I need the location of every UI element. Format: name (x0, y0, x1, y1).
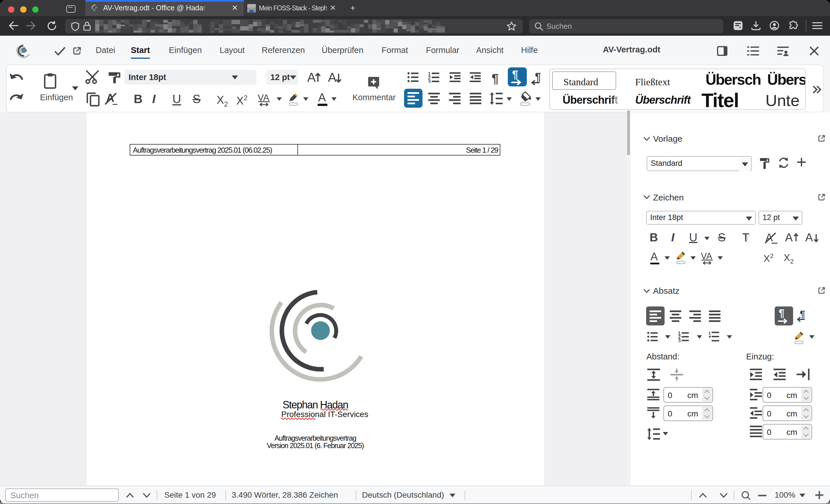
svg-text:A: A (805, 231, 813, 243)
svg-text:A: A (328, 70, 336, 84)
svg-text:A: A (307, 70, 316, 84)
svg-text:1: 1 (708, 331, 711, 336)
svg-text:A: A (785, 231, 793, 243)
svg-text:3: 3 (678, 338, 680, 342)
svg-text:3: 3 (428, 79, 430, 83)
